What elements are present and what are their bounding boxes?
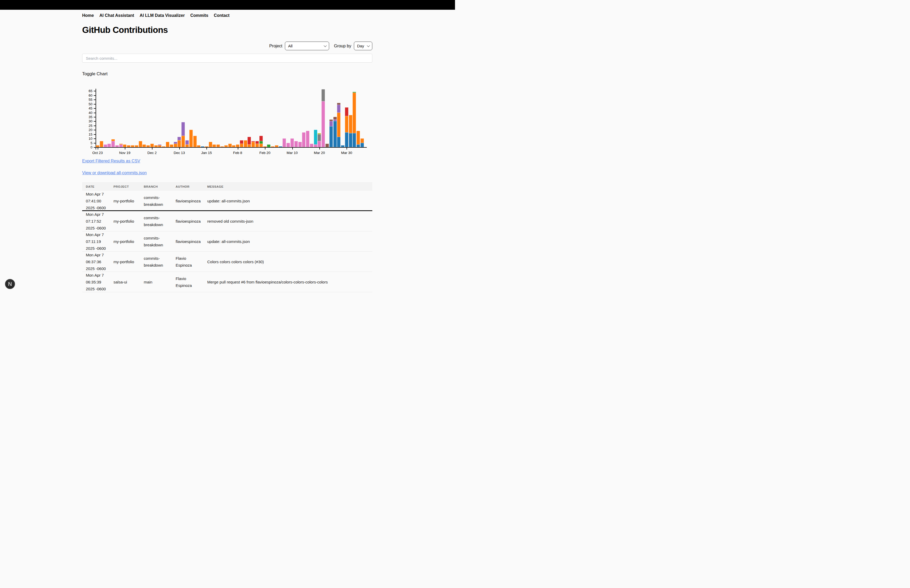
bar-segment-brown[interactable] [337,103,341,105]
bar-segment-orange[interactable] [127,145,130,147]
nav-item-home[interactable]: Home [82,13,94,18]
bar-segment-orange[interactable] [251,142,255,147]
bar-segment-red[interactable] [251,141,255,142]
bar-segment-orange[interactable] [96,145,99,147]
bar-segment-pink[interactable] [294,141,298,147]
nav-item-contact[interactable]: Contact [214,13,230,18]
bar-segment-orange[interactable] [345,116,348,132]
bar-segment-orange[interactable] [162,146,165,147]
bar-segment-pink[interactable] [283,139,286,147]
bar-segment-orange[interactable] [142,144,146,147]
bar-segment-pink[interactable] [115,145,119,147]
bar-segment-orange[interactable] [100,141,103,147]
bar-segment-orange[interactable] [193,136,197,147]
bar-segment-blue[interactable] [360,143,364,147]
bar-segment-blue[interactable] [201,146,204,147]
toggle-chart-label[interactable]: Toggle Chart [82,71,107,77]
bar-segment-pink[interactable] [112,141,115,147]
bar-segment-blue[interactable] [341,145,344,147]
bar-segment-blue[interactable] [333,121,337,147]
search-input[interactable] [82,54,372,63]
bar-segment-pink[interactable] [302,132,305,147]
bar-segment-purple[interactable] [178,137,181,140]
bar-segment-orange[interactable] [146,145,150,147]
bar-segment-brown[interactable] [330,120,333,121]
bar-segment-purple[interactable] [330,121,333,126]
bar-segment-purple[interactable] [174,142,177,144]
bar-segment-pink[interactable] [298,142,302,147]
table-row[interactable]: Mon Apr 707:17:522025 -0600my-portfolioc… [82,211,372,231]
bar-segment-orange[interactable] [259,144,263,147]
bar-segment-orange[interactable] [236,144,239,147]
project-select[interactable]: All [285,42,329,50]
bar-segment-orange[interactable] [123,144,126,147]
bar-segment-cyan[interactable] [314,130,317,144]
bar-segment-orange[interactable] [220,146,224,147]
bar-segment-green[interactable] [267,144,270,147]
bar-segment-orange[interactable] [232,145,235,147]
bar-segment-orange[interactable] [209,142,212,147]
table-row[interactable]: Mon Apr 706:37:362025 -0600my-portfolioc… [82,252,372,272]
bar-segment-red[interactable] [240,140,243,144]
bar-segment-purple[interactable] [158,144,162,145]
bar-segment-green[interactable] [352,92,356,93]
bar-segment-orange[interactable] [244,140,247,147]
bar-segment-blue[interactable] [345,132,348,147]
bar-segment-purple[interactable] [181,122,185,136]
bar-segment-orange[interactable] [119,144,123,144]
bar-segment-orange[interactable] [197,145,200,147]
bar-segment-orange[interactable] [170,144,173,147]
bar-segment-orange[interactable] [247,144,251,147]
bar-segment-orange[interactable] [263,146,267,147]
bar-segment-orange[interactable] [158,145,162,147]
bar-segment-orange[interactable] [360,139,364,143]
bar-segment-purple[interactable] [333,120,337,121]
bar-segment-pink[interactable] [286,143,290,147]
nav-item-ai-llm-data-visualizer[interactable]: AI LLM Data Visualizer [139,13,184,18]
bar-segment-blue[interactable] [352,133,356,147]
bar-segment-orange[interactable] [337,113,341,137]
bar-segment-brown[interactable] [333,117,337,120]
bar-segment-pink[interactable] [318,141,321,147]
bar-segment-red[interactable] [259,136,263,141]
bar-segment-orange[interactable] [154,145,158,147]
bar-segment-orange[interactable] [240,144,243,147]
bar-segment-purple[interactable] [337,105,341,113]
bar-segment-orange[interactable] [150,144,154,147]
bar-segment-orange[interactable] [352,93,356,133]
bar-segment-orange[interactable] [178,140,181,147]
bar-segment-orange[interactable] [224,145,228,147]
bar-segment-blue[interactable] [349,133,352,147]
nav-item-commits[interactable]: Commits [191,13,208,18]
bar-segment-brown[interactable] [325,144,329,147]
bar-segment-orange[interactable] [357,131,360,145]
bar-segment-orange[interactable] [135,145,138,147]
bar-segment-orange[interactable] [271,146,274,147]
bar-segment-orange[interactable] [349,115,352,133]
bar-segment-pink[interactable] [119,144,123,147]
bar-segment-purple[interactable] [185,140,189,144]
bar-segment-red[interactable] [255,141,259,144]
bar-segment-pink[interactable] [107,144,111,147]
table-row[interactable]: Mon Apr 707:11:192025 -0600my-portfolioc… [82,231,372,252]
bar-segment-blue[interactable] [330,126,333,147]
table-row[interactable]: Mon Apr 706:35:392025 -0600salsa-uimainF… [82,272,372,292]
bar-segment-blue[interactable] [337,137,341,147]
bar-segment-green[interactable] [259,141,263,144]
export-csv-link[interactable]: Export Filtered Results as CSV [82,159,141,163]
bar-segment-orange[interactable] [181,136,185,147]
table-row[interactable]: Mon Apr 707:41:002025 -0600my-portfolioc… [82,191,372,211]
bar-segment-red[interactable] [345,107,348,116]
bar-segment-gray[interactable] [318,134,321,141]
bar-segment-orange[interactable] [212,144,216,147]
bar-segment-orange[interactable] [189,130,193,147]
bar-segment-orange[interactable] [139,141,142,147]
bar-segment-orange[interactable] [205,146,208,147]
bar-segment-orange[interactable] [217,144,220,147]
bar-segment-gray[interactable] [322,89,325,101]
bar-segment-pink[interactable] [306,131,309,147]
view-json-link[interactable]: View or download all-commits.json [82,171,147,175]
bar-segment-orange[interactable] [166,142,169,147]
bar-segment-pink[interactable] [291,139,294,147]
bar-segment-pink[interactable] [314,144,317,147]
